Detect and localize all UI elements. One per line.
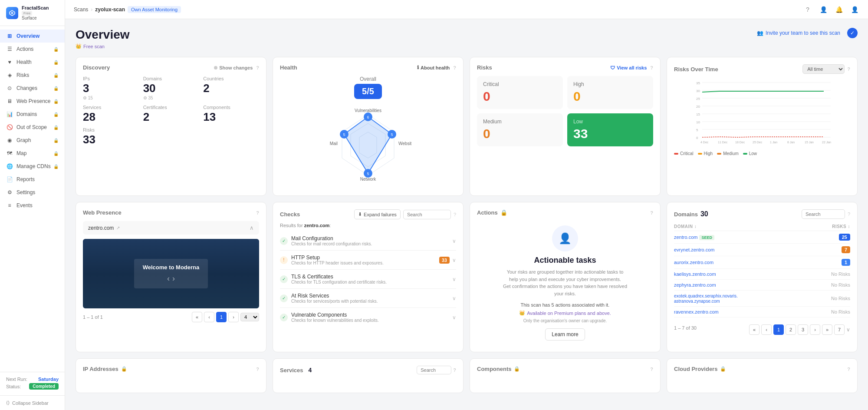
sidebar-item-actions[interactable]: ☰ Actions 🔒: [0, 43, 65, 56]
services-search-input[interactable]: [417, 366, 451, 374]
shield-icon: 🛡: [610, 65, 615, 70]
domains-total-pages[interactable]: 7: [834, 324, 845, 335]
check-mail-name: Mail Configuration: [291, 235, 372, 241]
actions-help-icon[interactable]: ?: [650, 210, 653, 215]
domain-evrynet[interactable]: evrynet.zentro.com: [674, 247, 715, 252]
risks-help-icon[interactable]: ?: [650, 65, 653, 70]
risk-badge-1: 1: [842, 259, 850, 266]
domains-last-page[interactable]: »: [822, 324, 832, 335]
checks-help-icon[interactable]: ?: [454, 212, 456, 217]
domains-page-2[interactable]: 2: [786, 324, 796, 335]
sidebar-footer[interactable]: ⟨⟩ Collapse Sidebar: [0, 395, 65, 410]
domain-kaelisys[interactable]: kaelisys.zentro.com: [674, 271, 716, 277]
web-presence-help-icon[interactable]: ?: [256, 210, 259, 215]
check-at-risk-services[interactable]: ✓ At Risk Services Checks for services/p…: [280, 289, 456, 308]
domains-page-1[interactable]: 1: [773, 324, 784, 335]
next-page-button[interactable]: ›: [228, 312, 239, 322]
svg-text:15 Jan: 15 Jan: [805, 141, 814, 144]
sidebar-item-domains[interactable]: 📊 Domains 🔒: [0, 108, 65, 121]
collapse-sidebar-button[interactable]: ⟨⟩ Collapse Sidebar: [6, 400, 59, 406]
check-components-name: Vulnerable Components: [291, 312, 379, 318]
view-all-risks-link[interactable]: 🛡 View all risks: [610, 65, 647, 70]
domains-next-page[interactable]: ›: [810, 324, 820, 335]
components-value: 13: [203, 111, 259, 123]
map-icon: 🗺: [6, 150, 13, 157]
sidebar-item-reports[interactable]: 📄 Reports: [0, 173, 65, 186]
users-icon[interactable]: 👤: [819, 5, 828, 14]
components-lock-icon: 🔒: [514, 366, 520, 372]
domain-col-header[interactable]: DOMAIN ↕: [674, 222, 809, 231]
domain-zentro[interactable]: zentro.com: [674, 235, 697, 240]
rot-help-icon[interactable]: ?: [847, 66, 850, 72]
risks-col-header[interactable]: RISKS ↕: [809, 222, 850, 231]
domains-help-icon[interactable]: ?: [848, 212, 850, 217]
domain-ravennex[interactable]: ravennex.zentro.com: [674, 309, 719, 314]
page-size-select[interactable]: 4 8 12: [240, 313, 259, 321]
sidebar-item-manage-cdns[interactable]: 🌐 Manage CDNs 🔒: [0, 160, 65, 173]
sidebar-item-overview[interactable]: ⊞ Overview: [0, 30, 65, 43]
domain-zephyra[interactable]: zephyra.zentro.com: [674, 282, 716, 288]
domains-page-3[interactable]: 3: [798, 324, 808, 335]
check-components-desc: Checks for known vulnerabilities and exp…: [291, 318, 379, 323]
svg-text:35: 35: [696, 81, 700, 85]
account-icon[interactable]: 👤: [850, 5, 859, 14]
domain-aurorix[interactable]: aurorix.zentro.com: [674, 260, 713, 265]
next-screenshot-icon[interactable]: ›: [172, 274, 175, 283]
prev-page-button[interactable]: ‹: [204, 312, 214, 322]
help-icon[interactable]: ?: [803, 5, 812, 14]
sidebar-item-out-of-scope[interactable]: 🚫 Out of Scope 🔒: [0, 121, 65, 134]
invite-team-link[interactable]: 👥 Invite your team to see this scan: [757, 30, 840, 36]
sidebar-item-web-presence[interactable]: 🖥 Web Presence 🔒: [0, 95, 65, 108]
show-changes-toggle[interactable]: Show changes: [214, 65, 253, 70]
check-vulnerable-components[interactable]: ✓ Vulnerable Components Checks for known…: [280, 308, 456, 327]
sidebar-label-map: Map: [16, 150, 26, 156]
sidebar-item-graph[interactable]: ◉ Graph 🔒: [0, 134, 65, 147]
results-domain: zentro.com: [304, 223, 330, 228]
domains-first-page[interactable]: «: [749, 324, 760, 335]
time-period-select[interactable]: All time Last 30 days Last 7 days: [802, 64, 845, 74]
sidebar-item-map[interactable]: 🗺 Map 🔒: [0, 147, 65, 160]
expand-failures-button[interactable]: ⬇ Expand failures: [354, 209, 401, 219]
domain-exotek[interactable]: exotek.quadrex.seraphix.novaris.astranov…: [674, 294, 738, 304]
discovery-card-title: Discovery Show changes ?: [83, 64, 259, 71]
web-domain-header[interactable]: zentro.com ↗ ∧: [83, 221, 259, 235]
check-http-setup[interactable]: ! HTTP Setup Checks for HTTP header issu…: [280, 251, 456, 270]
actions-card-title: Actions 🔒 ?: [477, 209, 653, 216]
discovery-help-icon[interactable]: ?: [256, 65, 259, 70]
check-mail-config[interactable]: ✓ Mail Configuration Checks for mail rec…: [280, 231, 456, 251]
breadcrumb-tag[interactable]: Own Asset Monitoring: [128, 6, 181, 13]
domains-prev-page[interactable]: ‹: [761, 324, 772, 335]
verify-icon[interactable]: ✓: [847, 28, 858, 38]
breadcrumb-scans[interactable]: Scans: [74, 7, 88, 13]
next-run-label: Next Run:: [6, 377, 27, 382]
prev-screenshot-icon[interactable]: ‹: [167, 274, 170, 283]
discovery-domains: Domains 30 ⚙ 35: [143, 76, 199, 100]
checks-search-input[interactable]: [403, 210, 451, 219]
info-icon: ℹ: [417, 65, 419, 70]
svg-text:4 Dec: 4 Dec: [700, 141, 709, 144]
ip-addresses-card: IP Addresses 🔒 ?: [76, 358, 266, 393]
health-help-icon[interactable]: ?: [453, 65, 456, 70]
actions-title-text: Actions: [477, 209, 498, 216]
svg-text:8 Jan: 8 Jan: [787, 141, 795, 144]
expand-icon: ⬇: [358, 212, 362, 217]
sidebar-item-risks[interactable]: ◈ Risks 🔒: [0, 69, 65, 82]
components-help-icon[interactable]: ?: [650, 367, 653, 372]
learn-more-button[interactable]: Learn more: [545, 328, 585, 341]
svg-text:22 Jan: 22 Jan: [822, 141, 831, 144]
bell-icon[interactable]: 🔔: [834, 5, 844, 14]
sidebar-item-changes[interactable]: ⊙ Changes 🔒: [0, 82, 65, 95]
about-health-link[interactable]: ℹ About health: [417, 65, 450, 70]
sidebar-item-health[interactable]: ♥ Health 🔒: [0, 56, 65, 69]
cloud-help-icon[interactable]: ?: [847, 367, 850, 372]
current-page-button[interactable]: 1: [216, 312, 227, 322]
check-tls[interactable]: ✓ TLS & Certificates Checks for TLS conf…: [280, 270, 456, 289]
services-help-icon[interactable]: ?: [453, 367, 456, 373]
logo-icon: [6, 7, 18, 19]
ip-help-icon[interactable]: ?: [256, 367, 259, 372]
sidebar-item-events[interactable]: ≡ Events: [0, 199, 65, 212]
sidebar-label-reports: Reports: [16, 176, 35, 182]
domains-search-input[interactable]: [802, 209, 845, 219]
sidebar-item-settings[interactable]: ⚙ Settings: [0, 186, 65, 199]
first-page-button[interactable]: «: [192, 312, 202, 322]
